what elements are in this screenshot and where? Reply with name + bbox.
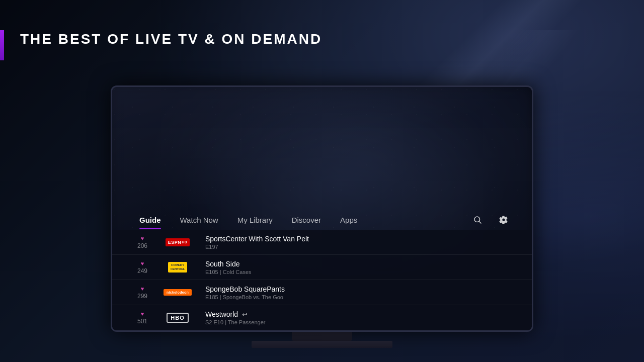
nav-item-my-library[interactable]: My Library xyxy=(230,212,280,228)
nav-icons xyxy=(469,212,512,228)
channel-row[interactable]: ♥ 249 COMEDYCENTRAL South Side E105 | Co… xyxy=(112,255,532,280)
channel-number: ♥ 299 xyxy=(132,286,152,300)
channel-title: SpongeBob SquarePants xyxy=(205,285,512,293)
channel-info: SpongeBob SquarePants E185 | SpongeBob v… xyxy=(203,285,512,300)
channel-logo-nickelodeon: nickelodeon xyxy=(160,289,195,296)
favorite-icon: ♥ xyxy=(141,286,144,292)
channel-row[interactable]: ♥ 501 HBO Westworld ↩ S2 E10 | The Passe… xyxy=(112,305,532,330)
channel-row[interactable]: ♥ 299 nickelodeon SpongeBob SquarePants … xyxy=(112,280,532,305)
channel-logo-comedy: COMEDYCENTRAL xyxy=(160,262,195,272)
channel-subtitle: E185 | SpongeBob vs. The Goo xyxy=(205,294,512,300)
channel-info: Westworld ↩ S2 E10 | The Passenger xyxy=(203,310,512,325)
nav-items: Guide Watch Now My Library Discover Apps xyxy=(132,212,469,228)
channel-title: Westworld ↩ xyxy=(205,310,512,318)
tv-stand-neck xyxy=(292,332,352,341)
channel-list: ♥ 206 ESPNHD SportsCenter With Scott Van… xyxy=(112,230,532,330)
channel-number: ♥ 249 xyxy=(132,260,152,275)
search-button[interactable] xyxy=(469,212,486,228)
favorite-icon: ♥ xyxy=(141,311,144,317)
channel-subtitle: S2 E10 | The Passenger xyxy=(205,319,512,325)
channel-title: SportsCenter With Scott Van Pelt xyxy=(205,235,512,243)
favorite-icon: ♥ xyxy=(141,260,144,266)
settings-button[interactable] xyxy=(496,212,512,228)
channel-number: ♥ 206 xyxy=(132,235,152,249)
tv-container: Guide Watch Now My Library Discover Apps xyxy=(111,85,533,348)
nav-item-guide[interactable]: Guide xyxy=(132,212,168,228)
channel-info: SportsCenter With Scott Van Pelt E197 xyxy=(203,235,512,250)
tv-navigation: Guide Watch Now My Library Discover Apps xyxy=(112,207,532,232)
page-title: THE BEST OF LIVE TV & ON DEMAND xyxy=(20,31,322,47)
nav-item-discover[interactable]: Discover xyxy=(285,212,328,228)
nav-item-watch-now[interactable]: Watch Now xyxy=(173,212,225,228)
tv-stand-base xyxy=(252,341,392,348)
channel-logo-espn: ESPNHD xyxy=(160,238,195,246)
channel-subtitle: E105 | Cold Cases xyxy=(205,269,512,275)
search-icon xyxy=(473,215,482,224)
replay-icon: ↩ xyxy=(242,311,248,318)
svg-line-1 xyxy=(479,221,481,223)
channel-info: South Side E105 | Cold Cases xyxy=(203,260,512,275)
nav-item-apps[interactable]: Apps xyxy=(333,212,364,228)
svg-point-0 xyxy=(474,217,480,222)
channel-title: South Side xyxy=(205,260,512,268)
left-accent-bar xyxy=(0,30,4,60)
channel-row[interactable]: ♥ 206 ESPNHD SportsCenter With Scott Van… xyxy=(112,230,532,255)
tv-screen: Guide Watch Now My Library Discover Apps xyxy=(111,85,533,332)
channel-subtitle: E197 xyxy=(205,244,512,250)
gear-icon xyxy=(499,215,508,224)
channel-number: ♥ 501 xyxy=(132,311,152,325)
channel-logo-hbo: HBO xyxy=(160,313,195,323)
favorite-icon: ♥ xyxy=(141,235,144,241)
